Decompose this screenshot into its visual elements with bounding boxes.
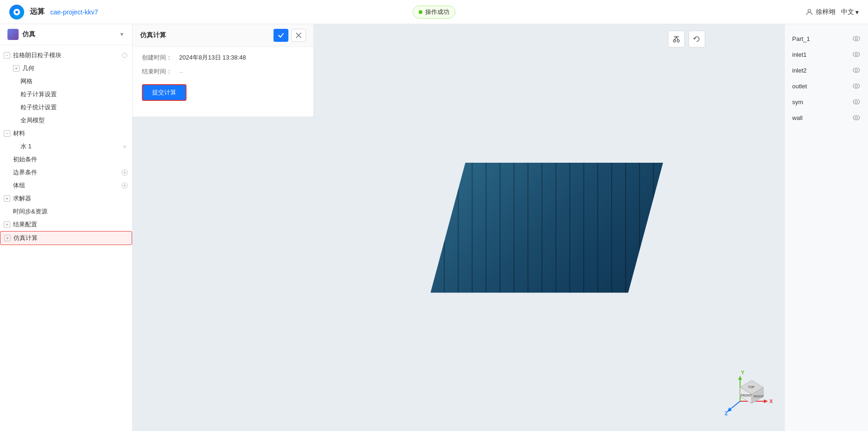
layer-item-outlet[interactable]: outlet bbox=[785, 78, 868, 94]
tree-expand-solver-icon[interactable]: ＋ bbox=[4, 195, 10, 202]
layer-name-sym: sym bbox=[792, 99, 852, 106]
sim-created-value: 2024年8月13日 13:38:48 bbox=[179, 53, 304, 62]
svg-text:RIGHT: RIGHT bbox=[754, 395, 764, 398]
tree-expand-material-icon[interactable]: － bbox=[4, 130, 10, 137]
tree-label-boundary: 边界条件 bbox=[13, 168, 121, 177]
tree-expand-result-icon[interactable]: ＋ bbox=[4, 221, 10, 228]
eye-icon-inlet2[interactable] bbox=[852, 66, 861, 74]
tree-item-global-model[interactable]: 全局模型 bbox=[0, 114, 132, 127]
tree-item-material[interactable]: － 材料 bbox=[0, 127, 132, 140]
layer-item-inlet2[interactable]: inlet2 bbox=[785, 62, 868, 78]
svg-point-41 bbox=[855, 117, 858, 119]
main: 仿真 ▼ － 拉格朗日粒子模块 ＋ 几何 网格 bbox=[0, 24, 868, 431]
sidebar-module-icon bbox=[7, 29, 19, 40]
right-panel: Part_1 inlet1 inlet2 outlet bbox=[784, 24, 868, 431]
tree-label-global-model: 全局模型 bbox=[20, 116, 128, 125]
svg-text:Y: Y bbox=[741, 370, 745, 375]
layer-item-wall[interactable]: wall bbox=[785, 110, 868, 126]
svg-text:TOP: TOP bbox=[748, 385, 755, 389]
svg-point-37 bbox=[855, 85, 858, 87]
tree-item-initial[interactable]: 初始条件 bbox=[0, 153, 132, 166]
tree-expand-geometry-icon[interactable]: ＋ bbox=[13, 65, 20, 72]
tree-item-particle-calc[interactable]: 粒子计算设置 bbox=[0, 88, 132, 101]
svg-point-1 bbox=[122, 53, 127, 58]
tree-label-lagrange: 拉格朗日粒子模块 bbox=[13, 51, 121, 60]
tree-label-material: 材料 bbox=[13, 129, 128, 138]
sim-panel-body: 创建时间： 2024年8月13日 13:38:48 结束时间： -- 提交计算 bbox=[133, 47, 314, 107]
project-name[interactable]: cae-project-kkv7 bbox=[50, 8, 98, 16]
svg-point-36 bbox=[853, 84, 860, 88]
sidebar: 仿真 ▼ － 拉格朗日粒子模块 ＋ 几何 网格 bbox=[0, 24, 133, 431]
layer-item-part1[interactable]: Part_1 bbox=[785, 31, 868, 46]
tree-item-solver[interactable]: ＋ 求解器 bbox=[0, 192, 132, 205]
tree-item-water[interactable]: 水 1 ≡ bbox=[0, 140, 132, 153]
model-lines bbox=[431, 163, 663, 293]
eye-icon-inlet1[interactable] bbox=[852, 50, 861, 59]
tree-item-mesh[interactable]: 网格 bbox=[0, 75, 132, 88]
layer-name-wall: wall bbox=[792, 114, 852, 121]
user-name: 徐梓翊 bbox=[816, 8, 835, 16]
sim-close-button[interactable] bbox=[291, 29, 306, 42]
tree-expand-icon[interactable]: － bbox=[4, 52, 10, 59]
tree-item-particle-stat[interactable]: 粒子统计设置 bbox=[0, 101, 132, 114]
svg-point-30 bbox=[853, 36, 860, 41]
sim-confirm-button[interactable] bbox=[274, 29, 288, 42]
sim-panel-header: 仿真计算 bbox=[133, 24, 314, 47]
tree-label-solver: 求解器 bbox=[13, 194, 128, 203]
sim-end-row: 结束时间： -- bbox=[142, 67, 304, 76]
3d-viewport[interactable] bbox=[431, 163, 663, 293]
header-left: 远算 cae-project-kkv7 bbox=[9, 5, 98, 20]
check-icon bbox=[278, 32, 284, 39]
tree-item-body-group[interactable]: 体组 bbox=[0, 179, 132, 192]
sidebar-content: － 拉格朗日粒子模块 ＋ 几何 网格 粒子计算设置 粒子统计设置 bbox=[0, 45, 132, 431]
sidebar-title: 仿真 bbox=[22, 30, 35, 39]
layer-item-inlet1[interactable]: inlet1 bbox=[785, 46, 868, 62]
sim-panel-title: 仿真计算 bbox=[140, 31, 166, 40]
layer-name-inlet1: inlet1 bbox=[792, 51, 852, 58]
sim-panel: 仿真计算 创建时 bbox=[133, 24, 314, 117]
svg-line-13 bbox=[676, 37, 678, 40]
svg-text:FRONT: FRONT bbox=[741, 394, 752, 397]
header-right: 徐梓翊 中文 ▾ bbox=[806, 8, 859, 16]
svg-marker-19 bbox=[764, 399, 768, 403]
lang-selector[interactable]: 中文 ▾ bbox=[841, 8, 859, 16]
svg-point-40 bbox=[853, 115, 860, 120]
tree-item-timestep[interactable]: 时间步&资源 bbox=[0, 205, 132, 218]
tree-item-boundary[interactable]: 边界条件 bbox=[0, 166, 132, 179]
tree-label-sim-calc: 仿真计算 bbox=[13, 234, 128, 242]
sim-created-row: 创建时间： 2024年8月13日 13:38:48 bbox=[142, 53, 304, 62]
content-area: 仿真计算 创建时 bbox=[133, 24, 868, 431]
tree-badge-body-group[interactable] bbox=[121, 182, 128, 189]
header: 远算 cae-project-kkv7 操作成功 徐梓翊 中文 ▾ bbox=[0, 0, 868, 24]
sidebar-collapse-icon[interactable]: ▼ bbox=[119, 31, 125, 38]
axis-cube-svg: Y X Z TOP FRONT RIGHT bbox=[724, 359, 780, 415]
header-center: 操作成功 bbox=[413, 6, 455, 19]
tree-item-result-config[interactable]: ＋ 结果配置 bbox=[0, 218, 132, 231]
submit-calc-button[interactable]: 提交计算 bbox=[142, 84, 187, 101]
viewport-toolbar bbox=[668, 31, 705, 47]
undo-button[interactable] bbox=[688, 31, 705, 47]
svg-point-35 bbox=[855, 69, 858, 72]
tree-badge-water: ≡ bbox=[121, 143, 128, 150]
svg-point-0 bbox=[808, 9, 811, 12]
cut-button[interactable] bbox=[668, 31, 685, 47]
svg-line-12 bbox=[674, 37, 676, 40]
eye-icon-outlet[interactable] bbox=[852, 82, 861, 90]
eye-icon-sym[interactable] bbox=[852, 98, 861, 106]
eye-icon-part1[interactable] bbox=[852, 34, 861, 43]
layer-name-inlet2: inlet2 bbox=[792, 67, 852, 74]
tree-item-sim-calc[interactable]: ＋ 仿真计算 bbox=[0, 231, 132, 245]
tree-item-lagrange[interactable]: － 拉格朗日粒子模块 bbox=[0, 49, 132, 62]
sim-panel-actions bbox=[274, 29, 306, 42]
layer-name-outlet: outlet bbox=[792, 83, 852, 90]
tree-expand-sim-icon[interactable]: ＋ bbox=[4, 235, 11, 241]
success-text: 操作成功 bbox=[425, 8, 449, 16]
tree-badge-boundary[interactable] bbox=[121, 169, 128, 176]
eye-icon-wall[interactable] bbox=[852, 113, 861, 122]
tree-item-geometry[interactable]: ＋ 几何 bbox=[0, 62, 132, 75]
svg-point-32 bbox=[853, 52, 860, 57]
user-info[interactable]: 徐梓翊 bbox=[806, 8, 835, 16]
layer-item-sym[interactable]: sym bbox=[785, 94, 868, 110]
sim-end-value: -- bbox=[179, 68, 304, 75]
tree-label-particle-stat: 粒子统计设置 bbox=[20, 103, 128, 112]
